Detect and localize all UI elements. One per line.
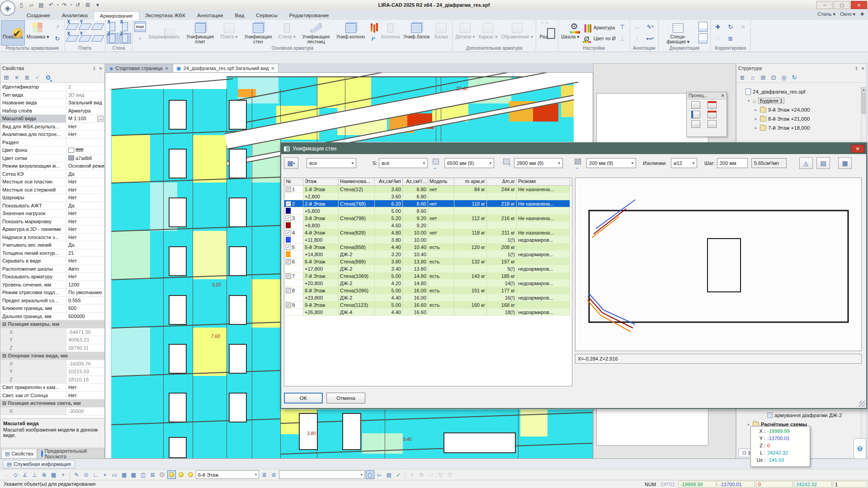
- property-row[interactable]: Дальняя граница, мм500000: [0, 313, 104, 321]
- height-combo[interactable]: 2800 мм (9)▾: [514, 158, 563, 168]
- lamp-frame-icon[interactable]: [167, 470, 176, 479]
- search-icon[interactable]: [43, 74, 52, 82]
- tab-close-icon[interactable]: ✕: [271, 66, 275, 71]
- trend-arrow-icon[interactable]: ↗: [52, 21, 63, 32]
- property-row[interactable]: Арматура в 3D - линиямиНет: [0, 225, 104, 234]
- close-panel-icon[interactable]: ✕: [99, 66, 103, 71]
- corner-icon[interactable]: ∟: [91, 470, 100, 479]
- tree-expand-icon[interactable]: ▾: [746, 99, 751, 103]
- row-checkbox[interactable]: ✓: [286, 201, 291, 206]
- property-row[interactable]: Свет, как от СолнцаНет: [0, 392, 104, 400]
- projection-side-red-icon[interactable]: [708, 111, 717, 118]
- unify-stairs-button[interactable]: Унификация лестниц: [297, 20, 335, 46]
- filter-combo-1[interactable]: все▾: [307, 158, 356, 168]
- column-header[interactable]: Этаж: [303, 178, 339, 185]
- menu-extra-icon[interactable]: ❖: [860, 11, 864, 17]
- lines-edit-icon[interactable]: ≡: [737, 21, 749, 32]
- dim-level-icon[interactable]: ↕: [632, 33, 643, 44]
- property-row[interactable]: Скрывать в видеНет: [0, 257, 104, 265]
- row-checkbox[interactable]: ✓: [286, 230, 291, 235]
- select-table-icon[interactable]: ▤: [385, 470, 393, 479]
- app-logo-icon[interactable]: ◈: [0, 0, 15, 16]
- info-blue-icon[interactable]: i▾: [367, 33, 379, 44]
- property-row[interactable]: Y10215.03: [0, 368, 104, 376]
- property-row[interactable]: Учитывать вес линийДа: [0, 241, 104, 249]
- target-icon[interactable]: ⌖: [101, 470, 109, 479]
- projection-iso-icon[interactable]: [691, 101, 700, 109]
- property-row[interactable]: Z18110.18: [0, 376, 104, 384]
- property-row[interactable]: Масштаб видаМ 1:100...: [0, 115, 104, 123]
- wall-row-floor[interactable]: ✓66-й ЭтажСтена(888)3.8013.80есть132 кг1…: [284, 258, 572, 265]
- move-icon[interactable]: +: [408, 470, 416, 479]
- property-row[interactable]: X-54671.30: [0, 328, 104, 337]
- wall-row-elevation[interactable]: +26,800ДЖ-44.4016.6018(!)недоармиров...: [284, 309, 572, 316]
- filter-props-icon[interactable]: ▽: [446, 470, 454, 479]
- ok-button[interactable]: OK: [284, 393, 323, 404]
- reinforce-button[interactable]: Заармировать: [146, 20, 182, 46]
- select-cursor-icon[interactable]: ▻: [375, 470, 384, 479]
- details-button[interactable]: Детали ▾: [453, 20, 476, 46]
- property-row[interactable]: Показывать АЖТДа: [0, 202, 104, 210]
- wall-row-floor[interactable]: ✓44-й ЭтажСтена(828)4.8010.00нет118 кг21…: [284, 229, 572, 236]
- wall-row-floor[interactable]: ✓22-й ЭтажСтена(768)6.208.60нет110 кг218…: [284, 200, 572, 207]
- unify-walls-button[interactable]: Унификация стен: [240, 20, 277, 46]
- diagram-button[interactable]: ▦: [838, 157, 852, 169]
- flip-view-button[interactable]: ◬: [799, 157, 813, 169]
- cells-icon[interactable]: ⊞: [148, 470, 157, 479]
- cage-button[interactable]: Каркас ▾: [477, 20, 500, 46]
- max-icon[interactable]: max: [134, 21, 146, 32]
- tab-4-экспертиза-жбк[interactable]: Экспертиза ЖБК: [139, 11, 191, 20]
- column-header[interactable]: Δm,кг: [487, 178, 517, 185]
- layers-icon[interactable]: ≣: [260, 470, 269, 479]
- pencil-icon[interactable]: ✎: [72, 470, 81, 479]
- move-plus-icon[interactable]: ✚: [712, 21, 724, 32]
- column-header[interactable]: m арм,кг: [454, 178, 487, 185]
- tab-1-создание[interactable]: Создание: [21, 11, 56, 20]
- property-row[interactable]: Показывать арматуруНет: [0, 273, 104, 281]
- plate-joint-icon[interactable]: [92, 33, 104, 44]
- spec-table-button[interactable]: Специ-фикация ▾: [660, 20, 697, 46]
- property-row[interactable]: Режим отрисовки подл...По умолчанию: [0, 289, 104, 297]
- rebar-bars-icon[interactable]: [367, 21, 379, 32]
- lamp-box-icon[interactable]: [186, 470, 195, 479]
- property-row[interactable]: Z28790.11: [0, 344, 104, 352]
- rect-icon[interactable]: ▭: [110, 470, 119, 479]
- row-checkbox[interactable]: ✓: [286, 273, 291, 279]
- layers-filter-icon[interactable]: ≣: [738, 74, 747, 82]
- snap-grid-icon[interactable]: ▦: [49, 470, 58, 479]
- dim-linear-icon[interactable]: ↔: [632, 21, 643, 32]
- dialog-close-button[interactable]: ✕: [851, 145, 864, 153]
- sheet-grid-icon[interactable]: [697, 33, 709, 44]
- row-checkbox[interactable]: ✓: [286, 302, 291, 308]
- column-button[interactable]: Колонна: [379, 20, 401, 46]
- select-window-icon[interactable]: ▢: [366, 470, 374, 479]
- wall-z-right-icon[interactable]: Z: [119, 33, 131, 44]
- categorize-icon[interactable]: ⊞: [2, 74, 11, 82]
- pane-handle-button[interactable]: ⊖: [854, 438, 866, 459]
- apply-check-icon[interactable]: ✓: [33, 74, 42, 82]
- mosaic-button[interactable]: Мозаика ▾: [25, 20, 51, 46]
- tree-expand-icon[interactable]: ▸: [754, 108, 758, 112]
- list-blue-icon[interactable]: ≣: [725, 33, 736, 44]
- wall-x-left-icon[interactable]: X: [107, 21, 118, 32]
- diameter-button[interactable]: ØЦвет по Ø: [582, 34, 616, 43]
- wall-row-floor[interactable]: ✓99-й ЭтажСтена(1123)5.0016.60есть160 кг…: [284, 301, 572, 309]
- beam-button[interactable]: Балка: [431, 20, 451, 46]
- property-row[interactable]: Цвет фонаffffff: [0, 146, 104, 155]
- snap-endpoint-icon[interactable]: ∙: [2, 470, 10, 479]
- frame-button[interactable]: Обрамление ▾: [499, 20, 535, 46]
- tab-5-аннотации[interactable]: Аннотации: [191, 11, 229, 20]
- dim-chain-icon[interactable]: ⊷▾: [644, 33, 656, 44]
- panel-tab-properties[interactable]: ▤Свойства: [1, 449, 37, 458]
- column-header[interactable]: №: [284, 178, 303, 185]
- unify-beams-button[interactable]: Униф.балок: [401, 20, 431, 46]
- row-checkbox[interactable]: ✓: [286, 259, 291, 264]
- frame-icon[interactable]: ◫: [139, 470, 147, 479]
- wall-button[interactable]: Стена ▾: [277, 20, 297, 46]
- tab-6-вид[interactable]: Вид: [229, 11, 250, 20]
- service-info-tab[interactable]: ▤ Служебная информация: [3, 460, 75, 469]
- tab-8-редактирование[interactable]: Редактирование: [283, 11, 335, 20]
- ortho-indicator[interactable]: ОРТО: [659, 481, 677, 488]
- wall-row-floor[interactable]: ✓55-й ЭтажСтена(858)4.4010.40есть120 кг2…: [284, 244, 572, 251]
- property-row[interactable]: ⊟ Позиция источника света, мм: [0, 399, 104, 408]
